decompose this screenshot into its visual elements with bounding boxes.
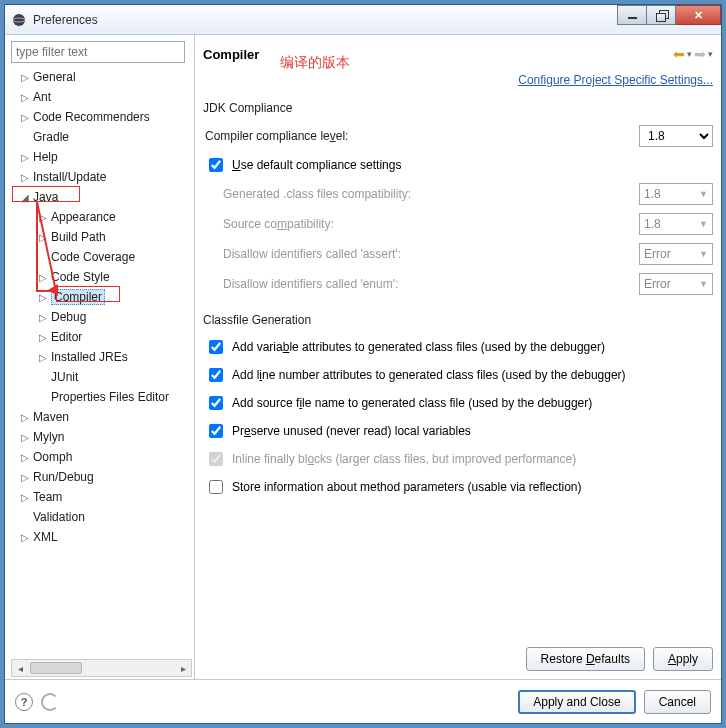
sidebar: ▷General▷Ant▷Code RecommendersGradle▷Hel…	[5, 35, 195, 679]
tree-node-validation[interactable]: Validation	[11, 507, 192, 527]
tree-twisty-icon[interactable]: ▷	[19, 492, 31, 503]
preferences-tree[interactable]: ▷General▷Ant▷Code RecommendersGradle▷Hel…	[11, 67, 192, 659]
tree-label: Maven	[33, 410, 69, 424]
tree-twisty-icon[interactable]: ▷	[19, 112, 31, 123]
svg-point-0	[13, 14, 25, 26]
scroll-thumb[interactable]	[30, 662, 82, 674]
tree-node-oomph[interactable]: ▷Oomph	[11, 447, 192, 467]
cg-var-attrs-label: Add variable attributes to generated cla…	[232, 340, 605, 354]
preferences-window: Preferences ▷General▷Ant▷Code Recommende…	[4, 4, 722, 724]
main-panel: Compiler ⬅ ▾ ➡ ▾ Configure Project Speci…	[195, 35, 721, 679]
tree-node-general[interactable]: ▷General	[11, 67, 192, 87]
nav-arrows: ⬅ ▾ ➡ ▾	[673, 46, 713, 62]
page-title: Compiler	[203, 47, 673, 62]
content-area: ▷General▷Ant▷Code RecommendersGradle▷Hel…	[5, 35, 721, 679]
tree-label: General	[33, 70, 76, 84]
tree-twisty-icon[interactable]: ▷	[37, 312, 49, 323]
tree-node-run-debug[interactable]: ▷Run/Debug	[11, 467, 192, 487]
filter-input[interactable]	[11, 41, 185, 63]
tree-node-xml[interactable]: ▷XML	[11, 527, 192, 547]
tree-twisty-icon[interactable]: ▷	[19, 532, 31, 543]
nav-back-menu-icon[interactable]: ▾	[687, 49, 692, 59]
tree-twisty-icon[interactable]: ▷	[19, 412, 31, 423]
tree-label: Run/Debug	[33, 470, 94, 484]
tree-twisty-icon[interactable]: ▷	[19, 472, 31, 483]
cg-line-num-checkbox[interactable]	[209, 368, 223, 382]
window-title: Preferences	[33, 13, 618, 27]
tree-node-ant[interactable]: ▷Ant	[11, 87, 192, 107]
tree-twisty-icon[interactable]: ▷	[19, 432, 31, 443]
tree-twisty-icon[interactable]: ▷	[19, 152, 31, 163]
apply-and-close-button[interactable]: Apply and Close	[518, 690, 635, 714]
tree-label: Properties Files Editor	[51, 390, 169, 404]
nav-forward-icon[interactable]: ➡	[694, 46, 706, 62]
tree-label: Install/Update	[33, 170, 106, 184]
tree-node-help[interactable]: ▷Help	[11, 147, 192, 167]
tree-label: Editor	[51, 330, 82, 344]
horizontal-scrollbar[interactable]: ◂ ▸	[11, 659, 192, 677]
annotation-line-v	[36, 202, 38, 292]
jdk-compliance-heading: JDK Compliance	[203, 101, 713, 115]
tree-label: Gradle	[33, 130, 69, 144]
tree-node-debug[interactable]: ▷Debug	[11, 307, 192, 327]
cg-var-attrs-checkbox[interactable]	[209, 340, 223, 354]
cg-store-params-checkbox[interactable]	[209, 480, 223, 494]
window-buttons	[618, 5, 721, 27]
tree-twisty-icon[interactable]: ▷	[19, 172, 31, 183]
nav-back-icon[interactable]: ⬅	[673, 46, 685, 62]
tree-node-build-path[interactable]: ▷Build Path	[11, 227, 192, 247]
tree-node-properties-files-editor[interactable]: Properties Files Editor	[11, 387, 192, 407]
tree-node-junit[interactable]: JUnit	[11, 367, 192, 387]
tree-node-gradle[interactable]: Gradle	[11, 127, 192, 147]
disallow-assert-select: Error▼	[639, 243, 713, 265]
tree-twisty-icon[interactable]: ▷	[37, 332, 49, 343]
tree-twisty-icon[interactable]: ▷	[37, 272, 49, 283]
tree-label: Appearance	[51, 210, 116, 224]
tree-node-team[interactable]: ▷Team	[11, 487, 192, 507]
progress-icon[interactable]	[41, 693, 59, 711]
tree-label: Oomph	[33, 450, 72, 464]
tree-label: Build Path	[51, 230, 106, 244]
tree-label: Code Recommenders	[33, 110, 150, 124]
use-default-label: Use default compliance settings	[232, 158, 401, 172]
restore-defaults-button[interactable]: Restore Defaults	[526, 647, 645, 671]
nav-forward-menu-icon[interactable]: ▾	[708, 49, 713, 59]
tree-twisty-icon[interactable]: ▷	[19, 72, 31, 83]
annotation-box-java	[12, 186, 80, 202]
scroll-right-icon[interactable]: ▸	[175, 663, 191, 674]
tree-node-editor[interactable]: ▷Editor	[11, 327, 192, 347]
tree-node-maven[interactable]: ▷Maven	[11, 407, 192, 427]
use-default-checkbox-row: Use default compliance settings	[203, 155, 713, 175]
use-default-checkbox[interactable]	[209, 158, 223, 172]
tree-label: Help	[33, 150, 58, 164]
tree-twisty-icon[interactable]: ▷	[19, 92, 31, 103]
cg-source-file-checkbox[interactable]	[209, 396, 223, 410]
cg-line-num-label: Add line number attributes to generated …	[232, 368, 626, 382]
apply-button[interactable]: Apply	[653, 647, 713, 671]
scroll-left-icon[interactable]: ◂	[12, 663, 28, 674]
minimize-button[interactable]	[617, 5, 647, 25]
tree-twisty-icon[interactable]: ▷	[37, 352, 49, 363]
close-button[interactable]	[675, 5, 721, 25]
eclipse-icon	[11, 12, 27, 28]
tree-twisty-icon[interactable]: ▷	[19, 452, 31, 463]
tree-node-mylyn[interactable]: ▷Mylyn	[11, 427, 192, 447]
compliance-level-select[interactable]: 1.8	[639, 125, 713, 147]
tree-label: Code Style	[51, 270, 110, 284]
tree-node-installed-jres[interactable]: ▷Installed JREs	[11, 347, 192, 367]
cg-inline-label: Inline finally blocks (larger class file…	[232, 452, 576, 466]
maximize-button[interactable]	[646, 5, 676, 25]
tree-node-install-update[interactable]: ▷Install/Update	[11, 167, 192, 187]
cancel-button[interactable]: Cancel	[644, 690, 711, 714]
help-icon[interactable]: ?	[15, 693, 33, 711]
tree-node-code-style[interactable]: ▷Code Style	[11, 267, 192, 287]
cg-preserve-checkbox[interactable]	[209, 424, 223, 438]
tree-node-code-recommenders[interactable]: ▷Code Recommenders	[11, 107, 192, 127]
annotation-box-compiler	[56, 286, 120, 302]
titlebar[interactable]: Preferences	[5, 5, 721, 35]
configure-project-link[interactable]: Configure Project Specific Settings...	[203, 73, 713, 87]
tree-label: Debug	[51, 310, 86, 324]
gen-class-select: 1.8▼	[639, 183, 713, 205]
tree-node-code-coverage[interactable]: Code Coverage	[11, 247, 192, 267]
tree-label: Code Coverage	[51, 250, 135, 264]
